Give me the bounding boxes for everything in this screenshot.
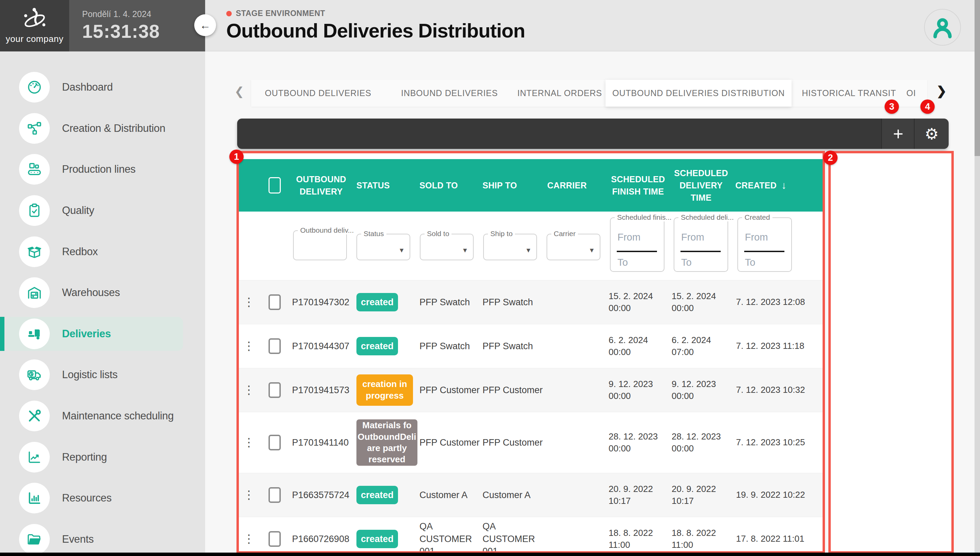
settings-button[interactable]: ⚙ (914, 118, 949, 149)
row-menu-icon[interactable]: ⋮ (239, 412, 259, 473)
row-checkbox[interactable] (268, 294, 281, 310)
filter-label: Scheduled finis... (615, 213, 674, 221)
filter-label: Sold to (425, 230, 451, 238)
tab-inbound-deliveries[interactable]: INBOUND DELIVERIES (385, 80, 514, 107)
range-divider (681, 251, 721, 252)
tabs-scroll-left-icon[interactable]: ❮ (234, 84, 244, 98)
row-menu-icon[interactable]: ⋮ (239, 324, 259, 368)
line-chart-icon (19, 442, 50, 472)
scheduled-finish-cell: 6. 2. 2024 00:00 (606, 324, 670, 368)
col-scheduled-finish-time[interactable]: SCHEDULED FINISH TIME (606, 159, 670, 212)
vertical-scrollbar-thumb[interactable] (975, 0, 980, 156)
sidebar-item-label: Reporting (62, 451, 107, 463)
col-outbound-delivery[interactable]: OUTBOUND DELIVERY (288, 159, 354, 212)
filter-carrier[interactable]: Carrier ▼ (547, 234, 600, 260)
col-carrier[interactable]: CARRIER (545, 159, 606, 212)
sidebar-item-events[interactable]: Events (0, 519, 205, 556)
row-checkbox[interactable] (268, 435, 281, 450)
row-checkbox[interactable] (268, 338, 281, 354)
ship-to-cell: PFP Swatch (480, 324, 545, 368)
row-menu-icon[interactable]: ⋮ (239, 368, 259, 412)
bar-chart-icon (19, 483, 50, 513)
filter-created-range[interactable]: Created From To (737, 217, 792, 272)
filter-label: Created (742, 213, 773, 221)
row-checkbox[interactable] (268, 382, 281, 398)
table-row[interactable]: ⋮ P1701947302 created PFP Swatch PFP Swa… (239, 280, 823, 324)
created-cell: 7. 12. 2023 11:18 (733, 324, 823, 368)
table-row[interactable]: ⋮ P1660726908 created QA CUSTOMER 001 QA… (239, 517, 823, 551)
date-to-input[interactable]: To (618, 257, 628, 268)
header-kebab-spacer (239, 159, 259, 212)
outbound-delivery-id: P1701941140 (288, 412, 354, 473)
date-to-input[interactable]: To (681, 257, 692, 268)
filter-scheduled-delivery-range[interactable]: Scheduled deli... From To (674, 217, 728, 272)
filter-status[interactable]: Status ▼ (356, 234, 410, 260)
tab-internal-orders[interactable]: INTERNAL ORDERS (514, 80, 605, 107)
scheduled-finish-cell: 15. 2. 2024 00:00 (606, 280, 670, 324)
annotation-marker-4: 4 (920, 100, 935, 114)
status-badge: created (356, 486, 398, 504)
select-all-checkbox[interactable] (268, 177, 281, 194)
sidebar-item-logistic-lists[interactable]: Logistic lists (0, 354, 205, 396)
filter-scheduled-finish-range[interactable]: Scheduled finis... From To (610, 217, 665, 272)
back-button[interactable]: ← (194, 14, 216, 36)
row-menu-icon[interactable]: ⋮ (239, 473, 259, 517)
page-title: Outbound Deliveries Distribution (226, 19, 525, 42)
tab-outbound-deliveries[interactable]: OUTBOUND DELIVERIES (251, 80, 385, 107)
sidebar-item-reporting[interactable]: Reporting (0, 436, 205, 478)
chevron-down-icon: ▼ (589, 247, 595, 254)
page-header: STAGE ENVIRONMENT Outbound Deliveries Di… (205, 0, 980, 52)
table-row[interactable]: ⋮ P1663575724 created Customer A Custome… (239, 473, 823, 517)
sidebar-item-production-lines[interactable]: Production lines (0, 149, 205, 190)
person-icon (931, 16, 954, 39)
col-scheduled-delivery-time[interactable]: SCHEDULED DELIVERY TIME (670, 159, 733, 212)
logo-text: your company (6, 34, 63, 44)
row-checkbox[interactable] (268, 487, 281, 503)
table-row[interactable]: ⋮ P1701941140 Materials fo OutboundDeli … (239, 412, 823, 473)
row-menu-icon[interactable]: ⋮ (239, 280, 259, 324)
status-badge: Materials fo OutboundDeli are partly res… (356, 419, 417, 466)
ship-to-cell: QA CUSTOMER 001 (480, 517, 545, 551)
truck-clock-icon (19, 359, 50, 390)
date-from-input[interactable]: From (745, 232, 768, 243)
sidebar-item-redbox[interactable]: Redbox (0, 231, 205, 272)
sidebar-item-maintenance-scheduling[interactable]: Maintenance scheduling (0, 396, 205, 437)
filter-row: Outbound deliv... Status ▼ Sold to ▼ Shi… (239, 212, 823, 280)
sidebar-item-label: Production lines (62, 163, 136, 175)
row-menu-icon[interactable]: ⋮ (239, 517, 259, 551)
sidebar-item-deliveries[interactable]: Deliveries (0, 314, 205, 355)
date-to-input[interactable]: To (745, 257, 755, 268)
date-from-input[interactable]: From (618, 232, 640, 243)
filter-outbound-delivery[interactable]: Outbound deliv... (293, 230, 347, 260)
tools-icon (19, 401, 50, 431)
sidebar-item-dashboard[interactable]: Dashboard (0, 67, 205, 108)
filter-sold-to[interactable]: Sold to ▼ (420, 234, 474, 260)
tab-outbound-deliveries-distribution[interactable]: OUTBOUND DELIVERIES DISTRIBUTION (605, 80, 792, 107)
add-button[interactable]: + (881, 118, 915, 149)
col-ship-to[interactable]: SHIP TO (480, 159, 545, 212)
col-sold-to[interactable]: SOLD TO (417, 159, 480, 212)
sidebar-item-label: Creation & Distribution (62, 122, 165, 134)
user-avatar-button[interactable] (924, 9, 961, 46)
sidebar-menu: Dashboard Creation & Distribution Produc… (0, 67, 205, 556)
status-badge: created (356, 530, 398, 548)
date-from-input[interactable]: From (681, 232, 704, 243)
col-created[interactable]: CREATED ↓ (733, 159, 823, 212)
sold-to-cell: QA CUSTOMER 001 (417, 517, 480, 551)
row-checkbox[interactable] (268, 531, 281, 547)
sold-to-cell: PFP Customer (417, 412, 480, 473)
tabs-scroll-right-icon[interactable]: ❯ (936, 84, 947, 98)
sidebar-item-warehouses[interactable]: Warehouses (0, 272, 205, 314)
sidebar-item-quality[interactable]: Quality (0, 190, 205, 231)
sidebar-item-resources[interactable]: Resources (0, 478, 205, 519)
logo-mark (21, 7, 48, 32)
table-row[interactable]: ⋮ P1701941573 creation in progress PFP C… (239, 368, 823, 412)
filter-ship-to[interactable]: Ship to ▼ (483, 234, 537, 260)
table-row[interactable]: ⋮ P1701944307 created PFP Swatch PFP Swa… (239, 324, 823, 368)
filter-label: Outbound deliv... (298, 226, 356, 234)
carrier-cell (545, 368, 606, 412)
sidebar-item-creation-distribution[interactable]: Creation & Distribution (0, 108, 205, 149)
col-status[interactable]: STATUS (354, 159, 417, 212)
environment-label: STAGE ENVIRONMENT (236, 9, 325, 18)
carrier-cell (545, 280, 606, 324)
